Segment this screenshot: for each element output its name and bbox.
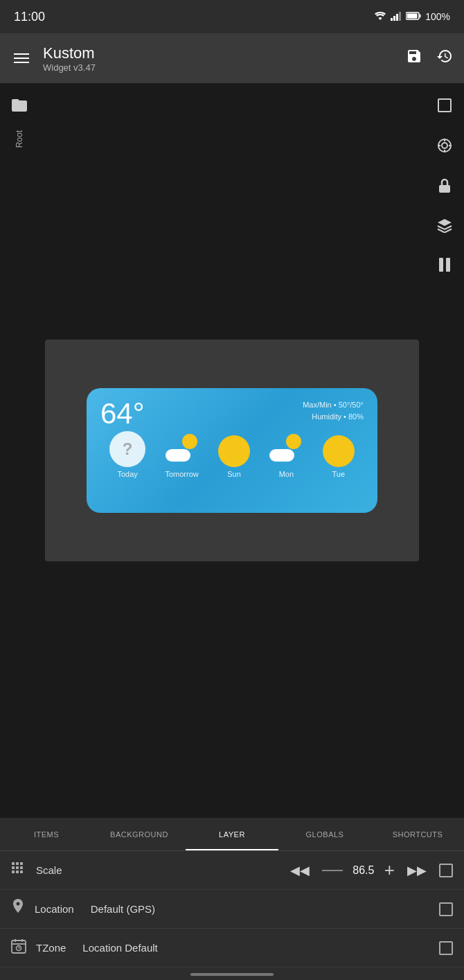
weather-icon-tue (323, 435, 355, 467)
location-pin-icon (11, 899, 25, 919)
layers-icon[interactable] (434, 215, 456, 240)
canvas-area: Root (0, 83, 464, 818)
target-icon[interactable] (434, 134, 456, 161)
weather-label-sun: Sun (227, 470, 241, 478)
weather-day-today: ? Today (109, 431, 145, 478)
app-bar-actions (406, 48, 453, 69)
svg-rect-25 (16, 870, 19, 873)
tzone-row[interactable]: TZone Location Default (0, 929, 464, 968)
weather-icon-today: ? (109, 431, 145, 467)
svg-rect-2 (396, 14, 398, 21)
tabs-bar: ITEMS BACKGROUND LAYER GLOBALS SHORTCUTS (0, 818, 464, 851)
svg-rect-17 (446, 258, 450, 272)
save-button[interactable] (406, 48, 422, 69)
location-value: Default (GPS) (91, 903, 155, 915)
tzone-value: Location Default (82, 942, 157, 954)
tab-background[interactable]: BACKGROUND (93, 818, 186, 850)
svg-rect-3 (399, 12, 401, 21)
clock-calendar-icon (11, 938, 26, 957)
svg-rect-7 (438, 99, 451, 112)
svg-rect-23 (20, 866, 23, 869)
tab-globals[interactable]: GLOBALS (278, 818, 371, 850)
svg-marker-15 (438, 219, 452, 226)
tab-items[interactable]: ITEMS (0, 818, 93, 850)
weather-day-mon: Mon (268, 431, 304, 478)
svg-rect-21 (12, 866, 15, 869)
home-indicator (190, 973, 274, 976)
scale-controls: ◀◀ 86.5 + ▶▶ (285, 859, 453, 881)
history-button[interactable] (436, 48, 453, 69)
app-title: Kustom (43, 44, 395, 62)
svg-rect-20 (20, 862, 23, 865)
battery-icon (406, 11, 421, 22)
weather-top: 64° Max/Min • 50°/50° Humidity • 80% (100, 399, 364, 428)
folder-icon[interactable] (8, 94, 31, 119)
scale-label: Scale (36, 864, 62, 876)
widget-preview-container: 64° Max/Min • 50°/50° Humidity • 80% ? T… (42, 83, 422, 818)
weather-maxmin: Max/Min • 50°/50° (303, 399, 364, 411)
app-title-block: Kustom Widget v3.47 (43, 44, 395, 73)
weather-icon-sun (218, 435, 250, 467)
menu-button[interactable] (11, 51, 32, 66)
status-icons: 100% (374, 11, 450, 23)
scale-row: Scale ◀◀ 86.5 + ▶▶ (0, 851, 464, 890)
widget-frame[interactable]: 64° Max/Min • 50°/50° Humidity • 80% ? T… (45, 340, 419, 561)
location-key: Location (35, 903, 74, 915)
scale-value: 86.5 (350, 864, 377, 877)
weather-widget: 64° Max/Min • 50°/50° Humidity • 80% ? T… (87, 388, 377, 513)
weather-temperature: 64° (100, 399, 145, 428)
svg-rect-6 (407, 14, 418, 19)
weather-day-tue: Tue (323, 435, 355, 478)
weather-label-mon: Mon (279, 470, 294, 478)
root-label: Root (15, 130, 24, 148)
wifi-icon (374, 11, 386, 23)
weather-days: ? Today Tomorrow Sun (100, 431, 364, 478)
scale-line-divider (322, 870, 343, 871)
battery-percent: 100% (425, 11, 450, 22)
svg-point-9 (442, 143, 447, 148)
weather-label-tomorrow: Tomorrow (165, 470, 198, 478)
svg-rect-18 (12, 862, 15, 865)
bottom-panel: ITEMS BACKGROUND LAYER GLOBALS SHORTCUTS… (0, 818, 464, 980)
tzone-checkbox[interactable] (439, 941, 453, 955)
app-bar: Kustom Widget v3.47 (0, 33, 464, 83)
tzone-key: TZone (36, 942, 66, 954)
svg-rect-26 (20, 870, 23, 873)
svg-rect-19 (16, 862, 19, 865)
svg-rect-0 (391, 18, 393, 21)
status-bar: 11:00 100% (0, 0, 464, 33)
scale-checkbox[interactable] (439, 864, 453, 877)
pause-icon[interactable] (435, 254, 454, 280)
svg-rect-22 (16, 866, 19, 869)
svg-rect-24 (12, 870, 15, 873)
app-subtitle: Widget v3.47 (43, 62, 395, 73)
weather-icon-mon (268, 431, 304, 467)
lock-icon[interactable] (434, 175, 455, 201)
svg-rect-14 (439, 185, 450, 193)
grid-icon (11, 861, 25, 879)
location-row[interactable]: Location Default (GPS) (0, 890, 464, 929)
svg-rect-16 (439, 258, 443, 272)
weather-label-tue: Tue (332, 470, 345, 478)
location-checkbox[interactable] (439, 902, 453, 916)
left-sidebar: Root (0, 83, 39, 818)
scale-add-button[interactable]: + (384, 859, 395, 881)
weather-info-block: Max/Min • 50°/50° Humidity • 80% (303, 399, 364, 422)
square-icon[interactable] (434, 94, 456, 121)
right-sidebar (425, 83, 464, 818)
weather-icon-tomorrow (164, 431, 200, 467)
weather-label-today: Today (118, 470, 138, 478)
status-time: 11:00 (14, 10, 45, 24)
weather-humidity: Humidity • 80% (303, 411, 364, 423)
scale-rewind-button[interactable]: ◀◀ (285, 860, 315, 881)
svg-rect-1 (393, 16, 395, 21)
weather-day-sun: Sun (218, 435, 250, 478)
scale-forward-button[interactable]: ▶▶ (402, 860, 432, 881)
svg-rect-5 (420, 15, 421, 18)
tab-shortcuts[interactable]: SHORTCUTS (371, 818, 464, 850)
tab-layer[interactable]: LAYER (186, 818, 278, 850)
weather-day-tomorrow: Tomorrow (164, 431, 200, 478)
signal-icon (391, 11, 402, 23)
